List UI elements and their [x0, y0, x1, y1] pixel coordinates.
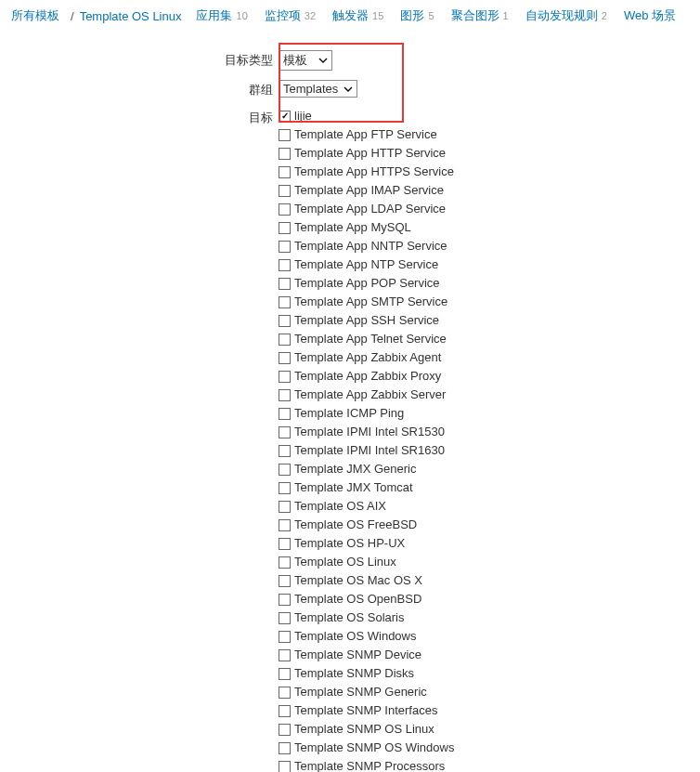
checkbox[interactable] [279, 742, 291, 754]
checkbox-label: Template SNMP OS Linux [294, 721, 434, 738]
checkbox-row: Template App IMAP Service [279, 182, 700, 199]
checkbox-row: Template JMX Generic [279, 461, 700, 478]
checkbox-label: Template App HTTP Service [294, 145, 446, 162]
checkbox[interactable] [279, 352, 291, 364]
checkbox-label: Template OS Windows [294, 628, 417, 645]
checkbox[interactable] [279, 724, 291, 736]
checkbox-row: Template App NTP Service [279, 256, 700, 273]
checkbox[interactable] [279, 222, 291, 234]
checkbox-label: Template SNMP Generic [294, 684, 427, 700]
target-type-select[interactable]: 模板 [279, 50, 332, 71]
checkbox-label: Template OS HP-UX [294, 535, 405, 552]
checkbox[interactable] [279, 371, 291, 383]
checkbox[interactable] [279, 408, 291, 420]
nav-item[interactable]: 监控项 32 [265, 8, 316, 22]
nav-count: 32 [302, 10, 316, 21]
checkbox-label: Template App NNTP Service [294, 238, 447, 255]
checkbox-label: Template OS Linux [294, 554, 396, 570]
checkbox[interactable] [279, 631, 291, 643]
checkbox-row: lijie [279, 108, 700, 124]
nav-count: 10 [233, 10, 247, 21]
checkbox[interactable] [279, 538, 291, 550]
checkbox[interactable] [279, 687, 291, 699]
checkbox-label: Template OS OpenBSD [294, 591, 421, 608]
nav-item[interactable]: 应用集 10 [196, 8, 247, 22]
checkbox-label: Template SNMP Processors [294, 758, 445, 772]
checkbox[interactable] [279, 556, 291, 569]
nav-item[interactable]: 图形 5 [400, 8, 434, 22]
checkbox-row: Template OS Windows [279, 628, 700, 645]
checkbox-label: Template App Telnet Service [294, 331, 447, 347]
nav-count: 1 [500, 10, 509, 21]
checkbox[interactable] [279, 705, 291, 717]
checkbox[interactable] [279, 296, 291, 308]
target-label: 目标 [0, 108, 279, 126]
checkbox[interactable] [279, 612, 291, 624]
nav-item[interactable]: 聚合图形 1 [451, 8, 509, 22]
checkbox-row: Template App Zabbix Server [279, 386, 700, 403]
checkbox[interactable] [279, 334, 291, 346]
group-select[interactable]: Templates [279, 80, 357, 98]
checkbox-row: Template IPMI Intel SR1630 [279, 442, 700, 459]
checkbox-label: Template JMX Tomcat [294, 479, 413, 496]
checkbox[interactable] [279, 166, 291, 178]
checkbox-row: Template SNMP Generic [279, 684, 700, 700]
checkbox-label: Template SNMP OS Windows [294, 739, 454, 756]
checkbox-row: Template SNMP OS Windows [279, 739, 700, 756]
checkbox-row: Template OS Mac OS X [279, 572, 700, 589]
checkbox[interactable] [279, 111, 291, 123]
checkbox[interactable] [279, 241, 291, 253]
target-type-value: 模板 [283, 52, 307, 69]
checkbox-row: Template OS OpenBSD [279, 591, 700, 608]
checkbox-label: Template OS FreeBSD [294, 517, 417, 533]
checkbox[interactable] [279, 129, 291, 141]
checkbox-row: Template SNMP Disks [279, 665, 700, 682]
checkbox-label: Template IPMI Intel SR1530 [294, 424, 445, 440]
checkbox-label: Template OS Solaris [294, 609, 405, 626]
checkbox-row: Template App Telnet Service [279, 331, 700, 347]
checkbox[interactable] [279, 649, 291, 661]
checkbox[interactable] [279, 668, 291, 680]
group-label: 群组 [0, 80, 279, 98]
checkbox-label: Template ICMP Ping [294, 405, 404, 422]
group-value: Templates [283, 82, 338, 96]
checkbox[interactable] [279, 148, 291, 160]
checkbox[interactable] [279, 426, 291, 438]
checkbox[interactable] [279, 203, 291, 216]
checkbox-label: Template App Zabbix Server [294, 386, 446, 403]
checkbox[interactable] [279, 259, 291, 271]
checkbox-row: Template App NNTP Service [279, 238, 700, 255]
checkbox-row: Template IPMI Intel SR1530 [279, 424, 700, 440]
checkbox[interactable] [279, 501, 291, 513]
checkbox[interactable] [279, 761, 291, 773]
checkbox[interactable] [279, 519, 291, 531]
checkbox[interactable] [279, 389, 291, 401]
checkbox-label: Template App NTP Service [294, 256, 438, 273]
breadcrumb-all-templates[interactable]: 所有模板 [11, 7, 59, 24]
top-nav: 所有模板 / Template OS Linux 应用集 10监控项 32触发器… [0, 0, 700, 32]
nav-item[interactable]: Web 场景 [624, 8, 676, 22]
checkbox[interactable] [279, 464, 291, 476]
checkbox-row: Template App POP Service [279, 275, 700, 292]
checkbox[interactable] [279, 482, 291, 494]
checkbox-row: Template App MySQL [279, 219, 700, 236]
chevron-down-icon [344, 86, 353, 92]
checkbox-row: Template App FTP Service [279, 126, 700, 143]
checkbox[interactable] [279, 278, 291, 290]
checkbox-row: Template App Zabbix Proxy [279, 368, 700, 385]
checkbox-row: Template OS HP-UX [279, 535, 700, 552]
checkbox-label: Template App Zabbix Agent [294, 349, 441, 366]
checkbox-row: Template SNMP Interfaces [279, 702, 700, 719]
checkbox[interactable] [279, 575, 291, 587]
nav-item[interactable]: 触发器 15 [332, 8, 383, 22]
checkbox-label: Template OS Mac OS X [294, 572, 422, 589]
checkbox-row: Template OS FreeBSD [279, 517, 700, 533]
checkbox-row: Template ICMP Ping [279, 405, 700, 422]
target-type-label: 目标类型 [0, 50, 279, 69]
checkbox[interactable] [279, 185, 291, 197]
checkbox[interactable] [279, 594, 291, 606]
nav-item[interactable]: 自动发现规则 2 [525, 8, 607, 22]
checkbox-label: Template SNMP Interfaces [294, 702, 437, 719]
checkbox[interactable] [279, 315, 291, 327]
checkbox[interactable] [279, 445, 291, 457]
